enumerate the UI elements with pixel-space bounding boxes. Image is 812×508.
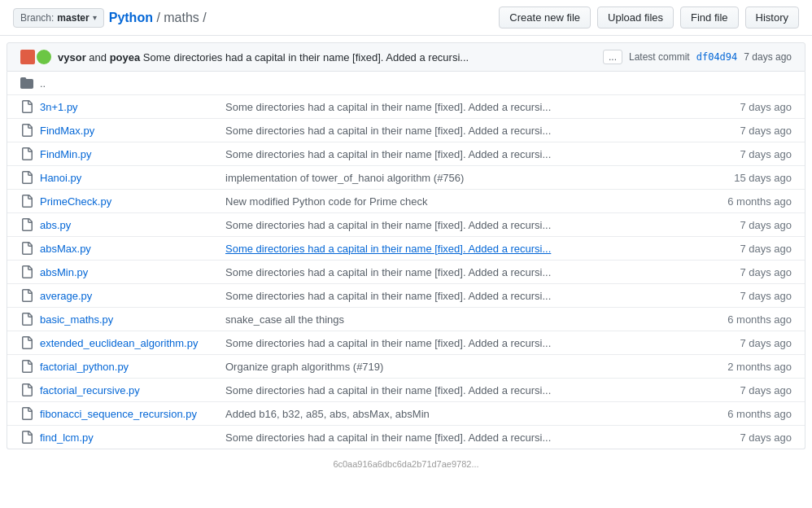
file-icon [20,265,33,278]
file-time: 7 days ago [710,384,792,396]
file-message: Some directories had a capital in their … [225,337,704,349]
table-row: FindMin.pySome directories had a capital… [7,142,805,166]
top-bar: Branch: master ▾ Python / maths / Create… [0,0,812,36]
branch-selector[interactable]: Branch: master ▾ [13,8,104,28]
table-row: PrimeCheck.pyNew modified Python code fo… [7,190,805,213]
file-name: FindMax.py [40,125,219,137]
file-name-link[interactable]: fibonacci_sequence_recursion.py [40,408,197,420]
commit-message-text: Some directories had a capital in their … [143,51,469,64]
file-time: 7 days ago [710,219,792,231]
file-name-link[interactable]: FindMax.py [40,125,94,137]
file-icon [20,195,33,208]
commit-author1-link[interactable]: vysor [58,51,86,64]
table-row: FindMax.pySome directories had a capital… [7,119,805,142]
file-message: Some directories had a capital in their … [225,384,704,396]
file-name-link[interactable]: extended_euclidean_algorithm.py [40,337,198,349]
table-row: extended_euclidean_algorithm.pySome dire… [7,331,805,355]
file-icon [20,124,33,137]
file-name: absMax.py [40,243,219,255]
file-time: 7 days ago [710,125,792,137]
parent-dir-row: .. [7,72,805,95]
commit-hash-link[interactable]: df04d94 [696,51,738,63]
file-name: 3n+1.py [40,101,219,113]
file-time: 7 days ago [710,101,792,113]
find-file-button[interactable]: Find file [680,7,739,28]
file-message: Some directories had a capital in their … [225,101,704,113]
file-icon [20,242,33,255]
file-icon [20,147,33,160]
upload-files-button[interactable]: Upload files [597,7,674,28]
breadcrumb-python-link[interactable]: Python [109,11,153,24]
file-message-link[interactable]: Some directories had a capital in their … [225,243,551,255]
file-time: 2 months ago [710,361,792,373]
top-bar-right: Create new file Upload files Find file H… [499,7,799,28]
breadcrumb-current: maths [164,11,199,24]
file-icon [20,171,33,184]
file-name-link[interactable]: abs.py [40,219,71,231]
top-bar-left: Branch: master ▾ Python / maths / [13,8,207,28]
breadcrumb-sep1: / [153,11,164,24]
file-name-link[interactable]: find_lcm.py [40,431,94,444]
avatar-poyea [37,50,51,64]
file-name-link[interactable]: absMin.py [40,266,88,278]
commit-ellipsis-button[interactable]: ... [603,50,622,64]
file-message: Some directories had a capital in their … [225,243,704,255]
file-name-link[interactable]: Hanoi.py [40,172,81,184]
file-time: 7 days ago [710,431,792,444]
table-row: absMax.pySome directories had a capital … [7,237,805,261]
file-name-link[interactable]: absMax.py [40,243,91,255]
commit-bar: vysor and poyea Some directories had a c… [7,42,805,72]
file-message: Some directories had a capital in their … [225,290,704,302]
file-name: average.py [40,290,219,302]
file-time: 7 days ago [710,243,792,255]
file-name: PrimeCheck.py [40,195,219,208]
file-name-link[interactable]: basic_maths.py [40,313,113,326]
file-icon [20,100,33,113]
file-icon [20,431,33,444]
file-name-link[interactable]: PrimeCheck.py [40,195,111,208]
breadcrumb: Python / maths / [109,11,207,25]
table-row: average.pySome directories had a capital… [7,284,805,308]
scroll-hint: 6c0aa916a6dbc6da2b71d7ae9782... [0,456,812,472]
branch-name: master [57,12,89,24]
table-row: absMin.pySome directories had a capital … [7,261,805,284]
file-name: FindMin.py [40,148,219,160]
avatar-vysor [20,50,35,64]
table-row: factorial_recursive.pySome directories h… [7,379,805,402]
file-time: 15 days ago [710,172,792,184]
file-icon [20,218,33,231]
file-time: 6 months ago [710,195,792,208]
file-message: Added b16, b32, a85, abs, absMax, absMin [225,408,704,420]
table-row: find_lcm.pySome directories had a capita… [7,426,805,449]
file-message: Organize graph algorithms (#719) [225,361,704,373]
file-rows-container: 3n+1.pySome directories had a capital in… [7,95,805,449]
commit-author2-link[interactable]: poyea [110,51,141,64]
file-name: Hanoi.py [40,172,219,184]
file-name-link[interactable]: average.py [40,290,92,302]
file-message: Some directories had a capital in their … [225,125,704,137]
file-time: 7 days ago [710,337,792,349]
table-row: abs.pySome directories had a capital in … [7,213,805,237]
file-icon [20,313,33,326]
file-icon [20,407,33,420]
file-name: basic_maths.py [40,313,219,326]
file-name: abs.py [40,219,219,231]
file-name-link[interactable]: factorial_recursive.py [40,384,140,396]
commit-right: Latest commit df04d94 7 days ago [629,51,792,63]
table-row: factorial_python.pyOrganize graph algori… [7,355,805,379]
file-name-link[interactable]: factorial_python.py [40,361,129,373]
create-new-file-button[interactable]: Create new file [499,7,591,28]
file-message: Some directories had a capital in their … [225,148,704,160]
file-time: 7 days ago [710,290,792,302]
file-name: factorial_recursive.py [40,384,219,396]
breadcrumb-sep2: / [199,11,207,24]
file-name-link[interactable]: FindMin.py [40,148,92,160]
table-row: basic_maths.pysnake_case all the things6… [7,308,805,331]
file-name: absMin.py [40,266,219,278]
file-message: Some directories had a capital in their … [225,431,704,444]
file-time: 6 months ago [710,313,792,326]
history-button[interactable]: History [745,7,799,28]
file-name-link[interactable]: 3n+1.py [40,101,78,113]
file-time: 6 months ago [710,408,792,420]
file-icon [20,336,33,349]
